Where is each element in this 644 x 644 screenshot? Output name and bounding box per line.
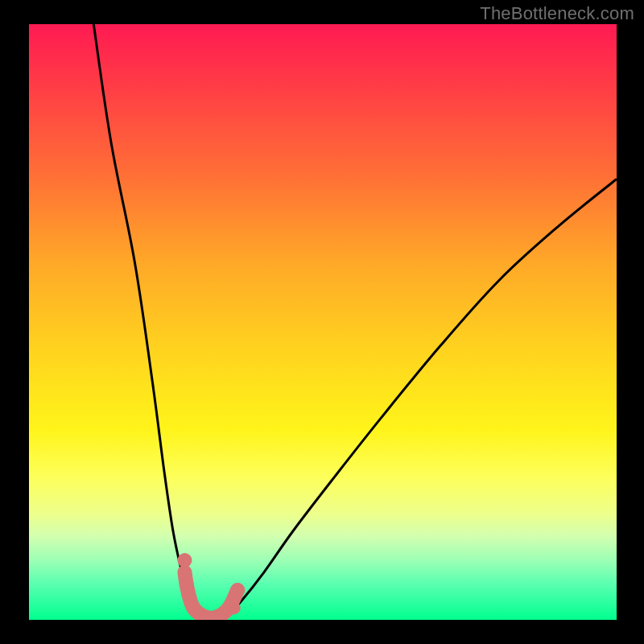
chart-frame: TheBottleneck.com: [0, 0, 644, 644]
marker-dot: [180, 577, 194, 592]
curve-layer: [29, 24, 617, 620]
right-curve-path: [217, 179, 617, 620]
watermark-text: TheBottleneck.com: [480, 3, 634, 24]
marker-dot: [228, 601, 241, 614]
left-curve-path: [93, 24, 217, 620]
plot-area: [29, 24, 617, 620]
marker-dot: [177, 553, 192, 568]
marker-dot: [230, 583, 245, 597]
